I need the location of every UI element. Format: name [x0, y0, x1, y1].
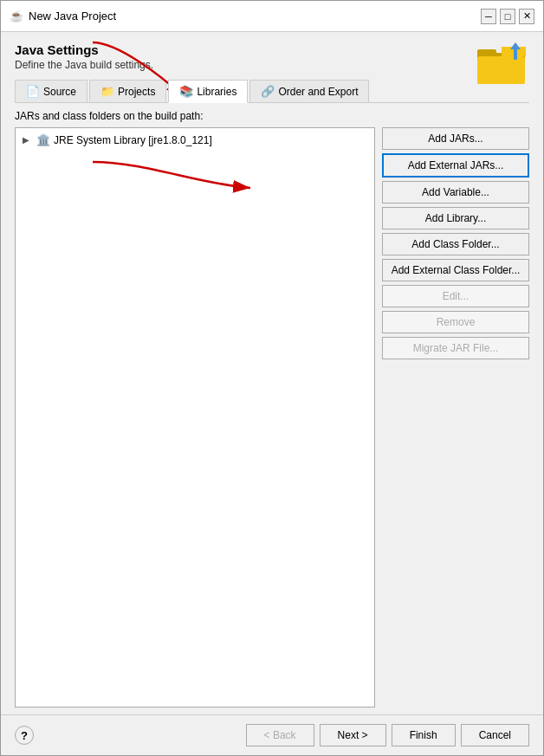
cancel-button[interactable]: Cancel — [461, 724, 529, 746]
projects-tab-icon: 📁 — [100, 85, 114, 98]
maximize-button[interactable]: □ — [500, 9, 515, 24]
jre-library-label: JRE System Library [jre1.8.0_121] — [54, 134, 212, 146]
add-external-jars-button[interactable]: Add External JARs... — [382, 153, 529, 178]
projects-tab-label: Projects — [118, 86, 155, 98]
window-title: New Java Project — [29, 10, 116, 23]
minimize-button[interactable]: ─ — [481, 9, 496, 24]
source-tab-label: Source — [43, 86, 76, 98]
section-label: JARs and class folders on the build path… — [15, 110, 529, 122]
relative-container: Java Settings Define the Java build sett… — [15, 42, 529, 708]
svg-rect-2 — [477, 56, 525, 84]
close-button[interactable]: ✕ — [519, 9, 534, 24]
svg-marker-5 — [510, 42, 521, 49]
add-external-class-folder-button[interactable]: Add External Class Folder... — [382, 259, 529, 281]
title-bar-left: ☕ New Java Project — [10, 10, 116, 23]
order-export-tab-icon: 🔗 — [261, 85, 275, 98]
main-window: ☕ New Java Project ─ □ ✕ Java Settings D… — [0, 0, 544, 756]
tab-projects[interactable]: 📁 Projects — [89, 80, 166, 102]
order-export-tab-label: Order and Export — [278, 86, 358, 98]
folder-icon — [476, 42, 529, 87]
add-class-folder-button[interactable]: Add Class Folder... — [382, 233, 529, 255]
libraries-tab-label: Libraries — [197, 86, 236, 98]
title-bar: ☕ New Java Project ─ □ ✕ — [1, 1, 543, 32]
tree-panel[interactable]: ▶ 🏛️ JRE System Library [jre1.8.0_121] — [15, 127, 375, 708]
page-header: Java Settings Define the Java build sett… — [15, 42, 529, 71]
remove-button: Remove — [382, 311, 529, 333]
source-tab-icon: 📄 — [26, 85, 40, 98]
tree-expand-icon: ▶ — [23, 135, 33, 145]
back-button[interactable]: < Back — [246, 724, 314, 746]
page-title: Java Settings — [15, 42, 529, 57]
bottom-bar: ? < Back Next > Finish Cancel — [1, 714, 543, 755]
finish-button[interactable]: Finish — [392, 724, 456, 746]
add-jars-button[interactable]: Add JARs... — [382, 127, 529, 150]
next-button[interactable]: Next > — [320, 724, 386, 746]
tab-order-and-export[interactable]: 🔗 Order and Export — [249, 80, 369, 102]
add-variable-button[interactable]: Add Variable... — [382, 181, 529, 204]
window-icon: ☕ — [10, 10, 23, 23]
page-subtitle: Define the Java build settings. — [15, 59, 529, 71]
svg-rect-1 — [477, 49, 496, 56]
list-item[interactable]: ▶ 🏛️ JRE System Library [jre1.8.0_121] — [19, 132, 371, 148]
add-library-button[interactable]: Add Library... — [382, 207, 529, 229]
title-bar-controls: ─ □ ✕ — [481, 9, 534, 24]
content-area: Java Settings Define the Java build sett… — [1, 32, 543, 708]
buttons-panel: Add JARs... Add External JARs... Add Var… — [382, 127, 529, 708]
tabs-bar: 📄 Source 📁 Projects 📚 Libraries 🔗 Order … — [15, 80, 529, 103]
bottom-right: < Back Next > Finish Cancel — [246, 724, 529, 746]
libraries-tab-icon: 📚 — [179, 85, 193, 98]
tab-libraries[interactable]: 📚 Libraries — [168, 80, 248, 103]
main-panel: ▶ 🏛️ JRE System Library [jre1.8.0_121] A… — [15, 127, 529, 708]
tab-source[interactable]: 📄 Source — [15, 80, 87, 102]
help-button[interactable]: ? — [15, 726, 34, 745]
jre-library-icon: 🏛️ — [36, 133, 50, 146]
bottom-left: ? — [15, 726, 34, 745]
migrate-jar-file-button: Migrate JAR File... — [382, 337, 529, 359]
edit-button: Edit... — [382, 285, 529, 307]
